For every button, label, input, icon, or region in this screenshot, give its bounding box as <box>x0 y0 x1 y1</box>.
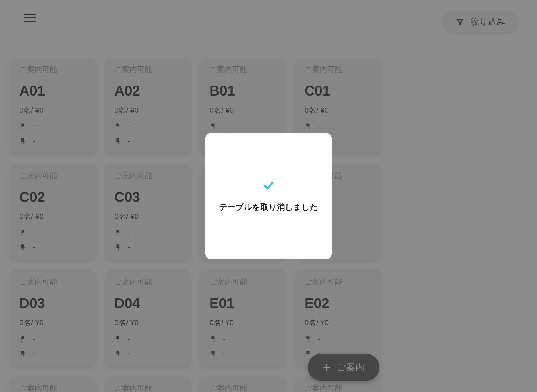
confirmation-dialog: テーブルを取り消しました <box>205 133 332 259</box>
app-root: 絞り込み ご案内可能 A01 0名/ ¥0 - - ご案内可能 <box>0 0 537 392</box>
dialog-message: テーブルを取り消しました <box>219 202 318 213</box>
check-icon <box>263 179 274 191</box>
modal-overlay[interactable]: テーブルを取り消しました <box>0 0 537 392</box>
